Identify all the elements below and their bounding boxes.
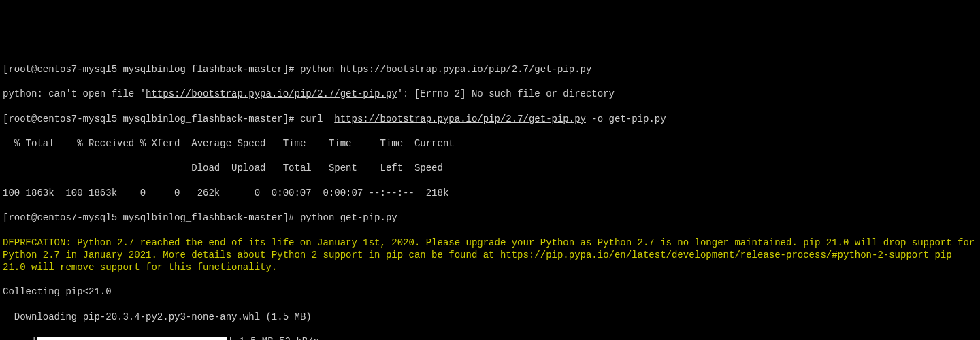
url-link: https://bootstrap.pypa.io/pip/2.7/get-pi… [340,64,592,75]
progress-bar-icon [37,337,227,340]
pip-output: Collecting pip<21.0 [3,286,977,298]
progress-suffix: | 1.5 MB 52 kB/s [227,336,318,340]
terminal-output[interactable]: [root@centos7-mysql5 mysqlbinlog_flashba… [3,51,977,340]
prompt: [root@centos7-mysql5 mysqlbinlog_flashba… [3,64,300,75]
curl-progress: 100 1863k 100 1863k 0 0 262k 0 0:00:07 0… [3,187,977,199]
prompt: [root@centos7-mysql5 mysqlbinlog_flashba… [3,212,300,223]
terminal-line: [root@centos7-mysql5 mysqlbinlog_flashba… [3,63,977,75]
url-link: https://bootstrap.pypa.io/pip/2.7/get-pi… [334,114,586,124]
command: curl [300,114,334,124]
prompt: [root@centos7-mysql5 mysqlbinlog_flashba… [3,114,300,124]
progress-line: || 1.5 MB 52 kB/s [3,335,977,340]
progress-prefix: | [3,336,37,340]
terminal-line: python: can't open file 'https://bootstr… [3,88,977,100]
url-link: https://bootstrap.pypa.io/pip/2.7/get-pi… [146,88,397,99]
command: python [300,64,340,75]
terminal-line: [root@centos7-mysql5 mysqlbinlog_flashba… [3,211,977,224]
curl-header: % Total % Received % Xferd Average Speed… [3,137,977,150]
pip-output: Downloading pip-20.3.4-py2.py3-none-any.… [3,311,977,323]
terminal-line: [root@centos7-mysql5 mysqlbinlog_flashba… [3,113,977,125]
curl-header: Dload Upload Total Spent Left Speed [3,162,977,174]
command: python get-pip.py [300,212,397,223]
error-text: python: can't open file ' [3,88,146,99]
deprecation-warning: DEPRECATION: Python 2.7 reached the end … [3,237,977,274]
error-text: ': [Errno 2] No such file or directory [397,88,615,99]
command-args: -o get-pip.py [586,114,666,124]
